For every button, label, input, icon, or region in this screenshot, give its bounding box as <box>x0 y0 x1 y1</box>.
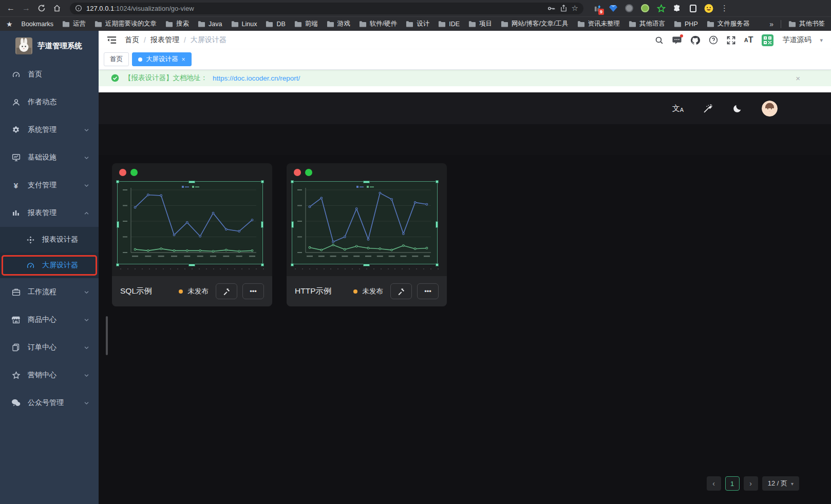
alert-close-icon[interactable]: × <box>796 74 800 83</box>
selection-handle[interactable] <box>261 221 263 228</box>
bookmark-folder[interactable]: Java <box>198 20 222 28</box>
selection-handle[interactable] <box>436 221 438 228</box>
bookmark-folder[interactable]: IDE <box>438 20 460 28</box>
refresh-icon[interactable] <box>35 2 48 15</box>
current-page-button[interactable]: 1 <box>725 476 740 491</box>
project-card-1[interactable]: SQL示例未发布••• <box>112 163 272 306</box>
sidebar-item-pay[interactable]: ¥支付管理 <box>0 171 99 199</box>
sidebar-item-system[interactable]: 系统管理 <box>0 116 99 144</box>
search-icon[interactable] <box>655 36 664 45</box>
chart-panel-selected[interactable] <box>292 181 438 264</box>
edit-hammer-button[interactable] <box>390 283 412 299</box>
sidebar-item-report[interactable]: 报表管理 <box>0 199 99 227</box>
sidebar-item-home[interactable]: 首页 <box>0 61 99 88</box>
selection-handle[interactable] <box>363 181 370 183</box>
forward-icon[interactable]: → <box>20 2 33 15</box>
bookmark-folder[interactable]: 游戏 <box>327 20 350 28</box>
selection-handle[interactable] <box>291 221 294 228</box>
selection-handle[interactable] <box>117 221 119 228</box>
help-icon[interactable] <box>709 35 718 45</box>
bookmark-folder[interactable]: DB <box>266 20 285 28</box>
selection-handle[interactable] <box>261 263 264 266</box>
bookmark-folder[interactable]: 运营 <box>62 20 86 28</box>
sidebar-item-product[interactable]: 商品中心 <box>0 306 99 334</box>
magic-wand-icon[interactable] <box>703 104 713 113</box>
project-card-2[interactable]: HTTP示例未发布••• <box>287 163 447 306</box>
bookmark-folder[interactable]: 前端 <box>294 20 318 28</box>
selection-handle[interactable] <box>291 180 294 183</box>
profile-avatar-icon[interactable] <box>704 4 713 13</box>
user-qr-avatar[interactable] <box>762 34 773 46</box>
bookmark-folder[interactable]: PHP <box>674 20 698 28</box>
selection-handle[interactable] <box>116 263 119 266</box>
bookmark-folder[interactable]: 设计 <box>406 20 429 28</box>
message-icon[interactable] <box>672 36 682 45</box>
bookmark-star-icon[interactable]: ☆ <box>572 4 578 13</box>
bookmark-folder[interactable]: 搜索 <box>165 20 189 28</box>
password-key-icon[interactable] <box>547 4 556 13</box>
selection-handle[interactable] <box>363 264 370 266</box>
chart-panel-selected[interactable] <box>117 181 263 264</box>
font-size-icon[interactable]: AT <box>744 35 753 45</box>
selection-handle[interactable] <box>188 264 195 266</box>
breadcrumb-section[interactable]: 报表管理 <box>150 35 179 45</box>
username-label[interactable]: 芋道源码 <box>782 35 811 45</box>
sidebar-item-mp[interactable]: 公众号管理 <box>0 389 99 417</box>
bookmark-folder[interactable]: 其他语言 <box>629 20 665 28</box>
tab-首页[interactable]: 首页 <box>104 52 129 66</box>
prev-page-button[interactable]: ‹ <box>707 476 721 491</box>
bookmark-folder[interactable]: 网站/博客/文章/工具 <box>501 20 568 28</box>
reading-mode-extension-icon[interactable] <box>688 4 697 13</box>
tab-close-icon[interactable]: × <box>182 56 185 63</box>
dark-mode-moon-icon[interactable] <box>732 104 742 113</box>
other-bookmarks-folder[interactable]: 其他书签 <box>788 20 825 28</box>
app-logo-row[interactable]: 芋道管理系统 <box>0 31 99 61</box>
selection-handle[interactable] <box>436 263 439 266</box>
alert-doc-link[interactable]: https://doc.iocoder.cn/report/ <box>213 74 300 82</box>
address-bar[interactable]: 127.0.0.1:1024/visualization/go-view ☆ <box>70 3 583 14</box>
back-icon[interactable]: ← <box>4 2 17 15</box>
home-icon[interactable] <box>50 2 64 15</box>
goview-user-avatar[interactable] <box>762 101 778 117</box>
bookmarks-overflow-icon[interactable]: » <box>769 20 773 28</box>
selection-handle[interactable] <box>291 263 294 266</box>
next-page-button[interactable]: › <box>744 476 758 491</box>
bookmark-folder[interactable]: Linux <box>231 20 257 28</box>
bookmark-folder[interactable]: 文件服务器 <box>707 20 750 28</box>
bookmark-folder[interactable]: 项目 <box>468 20 492 28</box>
bookmark-folder[interactable]: 近期需要读的文章 <box>95 20 157 28</box>
page-size-select[interactable]: 12 / 页 ▾ <box>762 476 799 491</box>
more-actions-button[interactable]: ••• <box>417 283 439 299</box>
gray-circle-extension-icon[interactable] <box>625 4 634 13</box>
site-info-icon[interactable] <box>75 5 82 12</box>
browser-menu-icon[interactable]: ⋮ <box>721 4 729 13</box>
bookmark-folder[interactable]: 软件/硬件 <box>359 20 397 28</box>
selection-handle[interactable] <box>436 180 439 183</box>
green-star-extension-icon[interactable] <box>656 4 666 13</box>
selection-handle[interactable] <box>116 180 119 183</box>
green-circle-extension-icon[interactable] <box>640 4 650 13</box>
translate-icon[interactable]: 文A <box>672 104 684 113</box>
sidebar-item-report-designer[interactable]: 报表设计器 <box>0 227 99 253</box>
share-icon[interactable] <box>560 4 568 12</box>
edit-hammer-button[interactable] <box>216 283 237 299</box>
sidebar-item-order[interactable]: 订单中心 <box>0 334 99 361</box>
fullscreen-icon[interactable] <box>727 36 735 45</box>
github-icon[interactable] <box>690 35 700 45</box>
sidebar-item-author[interactable]: 作者动态 <box>0 88 99 116</box>
selection-handle[interactable] <box>261 180 264 183</box>
tab-大屏设计器[interactable]: 大屏设计器× <box>132 52 192 66</box>
breadcrumb-home[interactable]: 首页 <box>125 35 139 45</box>
more-actions-button[interactable]: ••• <box>242 283 264 299</box>
sidebar-item-infra[interactable]: 基础设施 <box>0 144 99 171</box>
scrollbar-thumb[interactable] <box>106 316 108 355</box>
selection-handle[interactable] <box>188 181 195 183</box>
sidebar-item-workflow[interactable]: 工作流程 <box>0 278 99 306</box>
gem-extension-icon[interactable] <box>609 4 618 13</box>
chevron-down-icon[interactable]: ▾ <box>820 37 823 44</box>
extension-updates-icon[interactable]: 9 <box>593 4 602 13</box>
puzzle-extension-icon[interactable] <box>672 4 682 13</box>
bookmark-folder[interactable]: 资讯未整理 <box>577 20 620 28</box>
bookmarks-label[interactable]: Bookmarks <box>22 21 54 28</box>
sidebar-item-marketing[interactable]: 营销中心 <box>0 361 99 389</box>
